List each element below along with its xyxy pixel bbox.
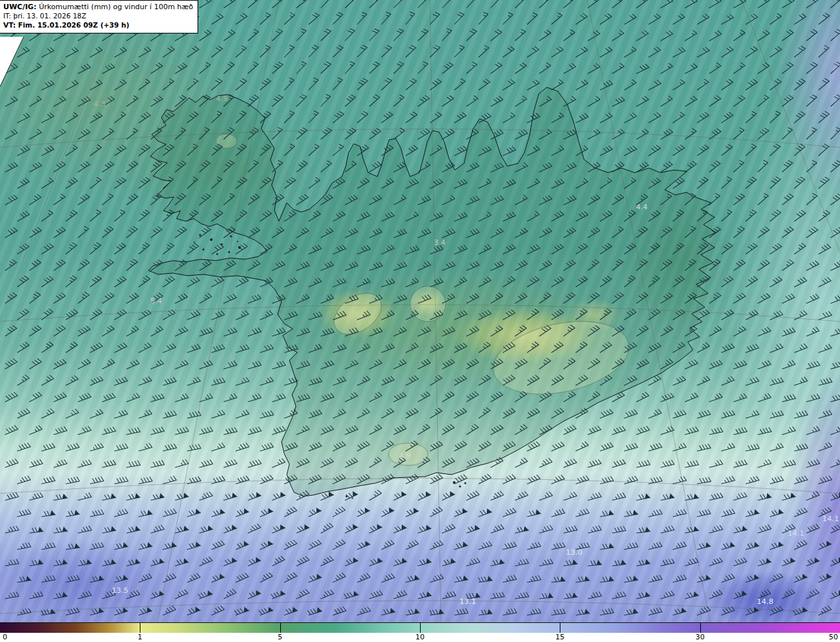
valid-time: VT: Fim. 15.01.2026 09Z (+39 h): [3, 21, 193, 30]
glacier-myrdalsjokull: [388, 443, 428, 465]
colorbar-tick: [560, 623, 560, 633]
domain-border-corner: [0, 37, 24, 87]
colorbar-gradient-strip: [0, 622, 840, 633]
colorbar-tick-label: 0: [3, 633, 7, 641]
colorbar-tick: [700, 623, 701, 633]
glacier-hofsjokull: [410, 286, 446, 322]
glacier-drangajokull: [216, 134, 237, 148]
init-time: IT: þri. 13. 01. 2026 18Z: [3, 12, 193, 21]
legend-box: UWC/IG: Úrkomumætti (mm) og vindur í 100…: [0, 0, 198, 33]
graticule-line: [0, 479, 840, 494]
colorbar: 01510153050: [0, 622, 840, 642]
legend-title-line: UWC/IG: Úrkomumætti (mm) og vindur í 100…: [3, 3, 193, 12]
graticule-line: [0, 0, 125, 622]
colorbar-tick-label: 5: [278, 633, 282, 641]
colorbar-tick: [140, 623, 140, 633]
colorbar-tick-label: 15: [555, 633, 564, 641]
colorbar-tick-label: 1: [138, 633, 142, 641]
colorbar-tick: [420, 623, 421, 633]
map-title: Úrkomumætti (mm) og vindur í 100m hæð: [39, 3, 193, 11]
graticule-line: [158, 0, 279, 622]
weather-map-page: 4.34.95.43.44.44.913.013.513.114.814.114…: [0, 0, 840, 642]
colorbar-tick: [280, 623, 281, 633]
colorbar-labels: 01510153050: [0, 633, 840, 642]
graticule-line: [742, 0, 840, 622]
map-overlay: [0, 0, 840, 622]
colorbar-tick-label: 10: [415, 633, 425, 641]
colorbar-tick-label: 30: [696, 633, 705, 641]
colorbar-tick-label: 50: [829, 633, 838, 641]
product-code: UWC/IG:: [3, 3, 37, 11]
